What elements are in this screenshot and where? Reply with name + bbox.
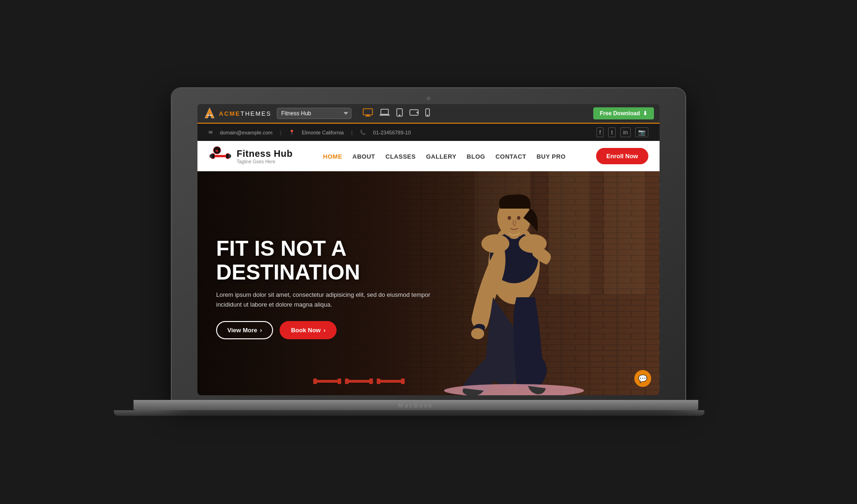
hero-content: FIT IS NOT A DESTINATION Lorem ipsum dol… [216,237,471,339]
macbook-camera [427,97,430,100]
logo-dumbbell-icon: ⊕ [209,145,232,168]
nav-link-classes[interactable]: CLASSES [386,153,416,160]
hero-section: FIT IS NOT A DESTINATION Lorem ipsum dol… [197,171,660,395]
laptop-icon[interactable] [379,108,390,119]
svg-rect-5 [381,109,388,114]
chat-bubble[interactable]: 💬 [634,370,651,387]
theme-selector[interactable]: Fitness Hub Business Pro Portfolio [277,108,351,119]
logo-icon [203,107,216,120]
site-menu: HOME ABOUT CLASSES GALLERY BLOG [323,152,566,161]
book-now-arrow: › [323,327,325,334]
twitter-icon[interactable]: t [608,127,616,137]
book-now-label: Book Now [291,327,321,334]
tablet-icon[interactable] [396,108,403,119]
macbook-wrapper: ACMETHEMES Fitness Hub Business Pro Port… [172,88,685,416]
free-download-button[interactable]: Free Download ⬇ [593,107,654,119]
book-now-button[interactable]: Book Now › [280,321,337,339]
nav-item-contact[interactable]: CONTACT [495,152,526,161]
dumbbells [313,377,405,386]
svg-rect-40 [313,378,317,384]
nav-link-blog[interactable]: BLOG [467,153,485,160]
nav-link-buy-pro[interactable]: BUY PRO [536,153,566,160]
nav-item-home[interactable]: HOME [323,152,342,161]
screen-bezel: ACMETHEMES Fitness Hub Business Pro Port… [197,104,660,395]
acme-text: ACME [219,110,240,117]
tablet-landscape-icon[interactable] [409,109,419,118]
location-icon: 📍 [289,130,295,135]
download-label: Free Download [600,110,640,117]
topbar-social-links: f t in 📷 [597,127,648,137]
svg-rect-42 [347,380,371,383]
svg-rect-17 [210,154,212,158]
linkedin-icon[interactable]: in [620,127,631,137]
site-logo-text: Fitness Hub Tagline Goes Here [237,148,293,164]
macbook-base: MacBook [133,400,698,410]
mobile-icon[interactable] [425,108,430,119]
nav-link-about[interactable]: ABOUT [352,153,375,160]
separator-1: | [280,130,281,135]
macbook-screen: ACMETHEMES Fitness Hub Business Pro Port… [172,88,685,400]
builder-toolbar: ACMETHEMES Fitness Hub Business Pro Port… [197,104,660,124]
hero-title: FIT IS NOT A DESTINATION [216,237,471,284]
svg-text:⊕: ⊕ [215,149,218,153]
instagram-icon[interactable]: 📷 [635,127,648,137]
nav-link-gallery[interactable]: GALLERY [426,153,457,160]
svg-rect-41 [337,378,341,384]
chat-icon: 💬 [638,374,647,383]
themes-text: THEMES [240,110,271,117]
svg-rect-46 [377,378,380,384]
site-topbar: ✉ domain@example.com | 📍 Elmonte Califor… [197,124,660,141]
nav-item-gallery[interactable]: GALLERY [426,152,457,161]
acme-logo: ACMETHEMES [203,107,271,120]
svg-rect-47 [401,378,405,384]
site-logo: ⊕ Fitness Hub Tagline Goes Here [209,145,293,168]
topbar-location: Elmonte California [302,130,344,135]
svg-rect-3 [366,115,369,116]
svg-rect-43 [345,378,349,384]
svg-rect-39 [316,380,339,383]
logo-text: ACMETHEMES [219,110,271,117]
macbook-foot [114,410,704,416]
svg-point-9 [417,112,418,113]
email-icon: ✉ [209,130,212,135]
svg-rect-2 [363,109,372,115]
download-icon: ⬇ [643,110,647,117]
nav-item-buy-pro[interactable]: BUY PRO [536,152,566,161]
phone-icon: 📞 [360,130,365,135]
nav-item-about[interactable]: ABOUT [352,152,375,161]
svg-rect-44 [369,378,373,384]
facebook-icon[interactable]: f [597,127,604,137]
site-navigation: ⊕ Fitness Hub Tagline Goes Here HOME [197,141,660,171]
nav-item-classes[interactable]: CLASSES [386,152,416,161]
device-icons [363,108,588,119]
topbar-phone: 01-23456789-10 [373,130,411,135]
topbar-email: domain@example.com [220,130,273,135]
svg-point-11 [428,115,428,116]
macbook-brand-label: MacBook [398,402,433,409]
view-more-label: View More [227,327,257,334]
hero-subtitle: Lorem ipsum dolor sit amet, consectetur … [216,290,431,310]
desktop-icon[interactable] [363,108,373,119]
site-tagline: Tagline Goes Here [237,159,293,164]
enroll-now-button[interactable]: Enroll Now [596,148,648,164]
svg-point-7 [399,115,400,116]
separator-2: | [351,130,352,135]
svg-rect-18 [228,154,231,158]
hero-buttons: View More › Book Now › [216,321,471,339]
svg-marker-0 [205,108,214,118]
nav-link-home[interactable]: HOME [323,153,342,160]
topbar-contact-info: ✉ domain@example.com | 📍 Elmonte Califor… [209,130,411,135]
view-more-button[interactable]: View More › [216,321,273,339]
svg-rect-4 [365,116,371,117]
nav-item-blog[interactable]: BLOG [467,152,485,161]
site-brand-name: Fitness Hub [237,148,293,159]
svg-rect-45 [379,380,402,383]
view-more-arrow: › [260,327,262,334]
nav-link-contact[interactable]: CONTACT [495,153,526,160]
